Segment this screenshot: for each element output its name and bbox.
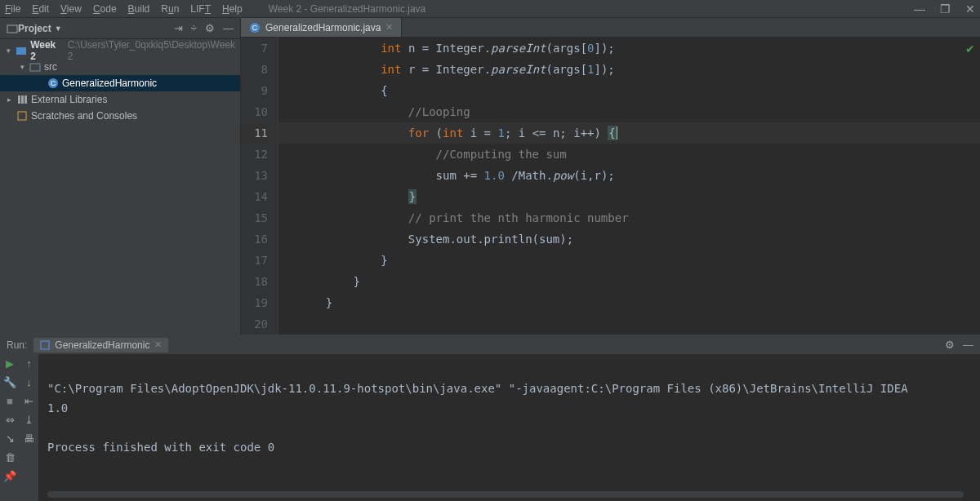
code-line[interactable]: sum += 1.0 /Math.pow(i,r);	[278, 165, 980, 186]
hide-icon[interactable]: —	[223, 22, 234, 34]
project-icon	[7, 23, 18, 34]
close-run-tab-icon[interactable]: ✕	[154, 339, 162, 350]
code-area[interactable]: int n = Integer.parseInt(args[0]); int r…	[278, 38, 980, 335]
line-number: 16	[241, 228, 268, 250]
run-header: Run: GeneralizedHarmonic ✕ ⚙ —	[0, 335, 980, 354]
line-number: 12	[241, 144, 268, 165]
svg-rect-6	[21, 95, 24, 104]
gear-icon[interactable]: ⚙	[945, 339, 955, 351]
minimize-icon[interactable]: —	[914, 2, 925, 16]
trash-icon[interactable]: 🗑	[5, 451, 16, 463]
class-file[interactable]: C GeneralizedHarmonic	[0, 75, 240, 91]
layout-icon[interactable]: ⇔	[6, 414, 15, 426]
line-number: 20	[241, 313, 268, 335]
menu-code[interactable]: Code	[93, 3, 117, 15]
menu-file[interactable]: File	[5, 3, 20, 15]
gear-icon[interactable]: ⚙	[205, 22, 215, 34]
line-number-gutter: 7891011121314151617181920	[241, 38, 278, 335]
line-number: 8	[241, 59, 268, 80]
console-output[interactable]: "C:\Program Files\AdoptOpenJDK\jdk-11.0.…	[39, 354, 980, 501]
print-icon[interactable]: 🖶	[24, 432, 34, 445]
line-number: 15	[241, 207, 268, 228]
menu-view[interactable]: View	[60, 3, 82, 15]
editor-tab-label: GeneralizedHarmonic.java	[265, 22, 381, 33]
code-line[interactable]: }	[278, 250, 980, 271]
code-line[interactable]	[278, 313, 980, 335]
wrench-icon[interactable]: 🔧	[3, 376, 16, 388]
line-number: 10	[241, 101, 268, 122]
exit-icon[interactable]: ↘	[6, 432, 15, 445]
project-panel-title: Project	[18, 23, 51, 34]
close-icon[interactable]: ✕	[965, 2, 975, 16]
run-tab[interactable]: GeneralizedHarmonic ✕	[33, 338, 168, 352]
line-number: 11	[241, 122, 268, 144]
scroll-to-end-icon[interactable]: ⤓	[24, 414, 33, 426]
pin-icon[interactable]: 📌	[3, 470, 16, 482]
console-value-line: 1.0	[47, 401, 68, 415]
menu-lift[interactable]: LIFT	[190, 3, 211, 15]
scratches-label: Scratches and Consoles	[31, 110, 137, 122]
soft-wrap-icon[interactable]: ⇤	[24, 395, 33, 407]
run-label: Run:	[7, 339, 27, 351]
class-icon: C	[47, 78, 59, 89]
project-panel-header[interactable]: Project ▼ ⇥ ÷ ⚙ —	[0, 18, 240, 39]
run-toolbar-left: ▶ 🔧 ■ ⇔ ↘ 🗑 📌	[0, 354, 20, 501]
module-icon	[16, 45, 27, 56]
console-exit-line: Process finished with exit code 0	[47, 441, 274, 454]
maximize-icon[interactable]: ❐	[940, 2, 951, 16]
line-number: 17	[241, 250, 268, 271]
class-file-name: GeneralizedHarmonic	[62, 78, 157, 89]
svg-rect-1	[16, 47, 26, 55]
scratches[interactable]: Scratches and Consoles	[0, 108, 240, 124]
project-root-path: C:\Users\Tyler_0qxkiq5\Desktop\Week 2	[68, 39, 235, 62]
project-root[interactable]: ▾ Week 2 C:\Users\Tyler_0qxkiq5\Desktop\…	[0, 42, 240, 59]
svg-rect-2	[30, 64, 40, 71]
svg-rect-8	[18, 112, 26, 120]
line-number: 9	[241, 80, 268, 101]
external-libraries[interactable]: ▸ External Libraries	[0, 91, 240, 108]
src-label: src	[44, 61, 57, 73]
code-line[interactable]: {	[278, 80, 980, 101]
external-libraries-label: External Libraries	[31, 94, 107, 105]
scratches-icon	[16, 110, 28, 122]
horizontal-scrollbar[interactable]	[47, 491, 964, 498]
code-line[interactable]: int r = Integer.parseInt(args[1]);	[278, 59, 980, 80]
svg-rect-11	[41, 341, 49, 349]
menu-run[interactable]: Run	[161, 3, 179, 15]
hide-icon[interactable]: —	[963, 339, 973, 351]
rerun-icon[interactable]: ▶	[6, 357, 14, 370]
project-tool-window: Project ▼ ⇥ ÷ ⚙ — ▾ Week 2 C:\Users\Tyle…	[0, 18, 241, 335]
close-tab-icon[interactable]: ✕	[385, 22, 393, 33]
menu-edit[interactable]: Edit	[32, 3, 49, 15]
editor-tabbar: C GeneralizedHarmonic.java ✕	[241, 18, 980, 38]
run-config-icon	[40, 340, 50, 350]
code-line[interactable]: //Computing the sum	[278, 144, 980, 165]
select-opened-file-icon[interactable]: ⇥	[174, 22, 183, 34]
down-icon[interactable]: ↓	[26, 376, 32, 388]
code-line[interactable]: //Looping	[278, 101, 980, 122]
code-line[interactable]: System.out.println(sum);	[278, 228, 980, 250]
editor-pane: C GeneralizedHarmonic.java ✕ ✔ 789101112…	[241, 18, 980, 335]
run-tool-window: Run: GeneralizedHarmonic ✕ ⚙ — ▶ 🔧 ■ ⇔ ↘…	[0, 335, 980, 501]
editor-tab[interactable]: C GeneralizedHarmonic.java ✕	[241, 18, 402, 37]
code-line[interactable]: // print the nth harmonic number	[278, 207, 980, 228]
stop-icon[interactable]: ■	[7, 395, 13, 407]
menu-help[interactable]: Help	[222, 3, 243, 15]
code-line[interactable]: }	[278, 271, 980, 292]
project-root-name: Week 2	[30, 39, 61, 62]
line-number: 7	[241, 38, 268, 59]
line-number: 14	[241, 186, 268, 207]
code-line[interactable]: int n = Integer.parseInt(args[0]);	[278, 38, 980, 59]
code-editor[interactable]: 7891011121314151617181920 int n = Intege…	[241, 38, 980, 335]
code-line[interactable]: }	[278, 292, 980, 313]
code-line[interactable]: for (int i = 1; i <= n; i++) {	[278, 122, 980, 144]
menu-build[interactable]: Build	[128, 3, 150, 15]
up-icon[interactable]: ↑	[26, 357, 32, 370]
expand-all-icon[interactable]: ÷	[191, 22, 197, 34]
code-line[interactable]: }	[278, 186, 980, 207]
chevron-down-icon[interactable]: ▼	[55, 24, 62, 33]
project-tree[interactable]: ▾ Week 2 C:\Users\Tyler_0qxkiq5\Desktop\…	[0, 39, 240, 127]
console-cmd-line: "C:\Program Files\AdoptOpenJDK\jdk-11.0.…	[47, 382, 908, 395]
svg-rect-5	[18, 95, 20, 104]
svg-text:C: C	[51, 79, 56, 87]
